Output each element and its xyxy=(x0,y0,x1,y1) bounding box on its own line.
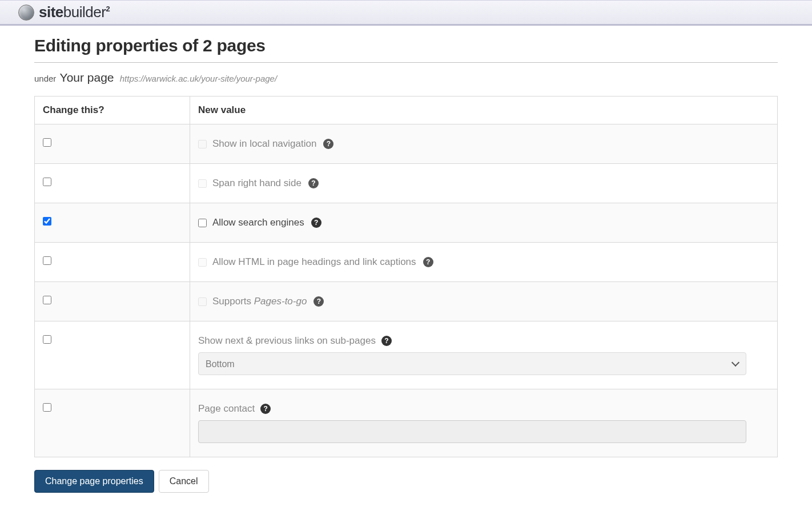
value-checkbox-allow-html xyxy=(198,258,207,267)
label-allow-html: Allow HTML in page headings and link cap… xyxy=(212,256,416,268)
change-checkbox-show-local-nav[interactable] xyxy=(43,138,51,147)
change-checkbox-span-rhs[interactable] xyxy=(43,178,51,186)
change-checkbox-allow-html[interactable] xyxy=(43,256,51,265)
value-checkbox-pages-to-go xyxy=(198,297,207,306)
label-show-local-nav: Show in local navigation xyxy=(212,138,316,150)
help-icon[interactable]: ? xyxy=(313,296,324,307)
help-icon[interactable]: ? xyxy=(308,178,319,188)
brand-logo: sitebuilder2 xyxy=(18,3,110,21)
row-page-contact: Page contact ? xyxy=(35,389,778,457)
brand-bar: sitebuilder2 xyxy=(0,0,812,26)
help-icon[interactable]: ? xyxy=(323,139,333,149)
value-checkbox-show-local-nav xyxy=(198,140,207,148)
divider xyxy=(34,62,778,63)
row-span-rhs: Span right hand side ? xyxy=(35,164,778,203)
input-page-contact[interactable] xyxy=(198,420,746,443)
label-allow-search: Allow search engines xyxy=(212,217,304,228)
breadcrumb: under Your page https://warwick.ac.uk/yo… xyxy=(34,71,778,85)
value-checkbox-allow-search[interactable] xyxy=(198,219,207,227)
brand-text-bold: site xyxy=(39,3,63,21)
label-pages-to-go: Supports Pages-to-go xyxy=(212,296,307,307)
label-pages-to-go-pre: Supports xyxy=(212,296,254,307)
label-next-prev: Show next & previous links on sub-pages xyxy=(198,335,376,347)
breadcrumb-url: https://warwick.ac.uk/your-site/your-pag… xyxy=(120,74,277,83)
row-allow-search: Allow search engines ? xyxy=(35,203,778,243)
col-header-change: Change this? xyxy=(35,96,190,124)
label-span-rhs: Span right hand side xyxy=(212,178,302,189)
row-pages-to-go: Supports Pages-to-go ? xyxy=(35,282,778,321)
brand-text-light: builder xyxy=(63,3,106,21)
brand-text: sitebuilder2 xyxy=(39,3,110,21)
row-allow-html: Allow HTML in page headings and link cap… xyxy=(35,243,778,282)
globe-icon xyxy=(18,5,34,21)
help-icon[interactable]: ? xyxy=(260,404,271,414)
change-checkbox-allow-search[interactable] xyxy=(43,217,51,226)
select-next-prev[interactable]: Bottom xyxy=(198,352,746,375)
actions-row: Change page properties Cancel xyxy=(34,470,778,493)
change-checkbox-next-prev[interactable] xyxy=(43,335,51,344)
help-icon[interactable]: ? xyxy=(311,218,321,228)
cancel-button[interactable]: Cancel xyxy=(159,470,209,493)
breadcrumb-page-name: Your page xyxy=(60,71,114,84)
page-title: Editing properties of 2 pages xyxy=(34,36,778,55)
label-page-contact: Page contact xyxy=(198,403,255,415)
help-icon[interactable]: ? xyxy=(423,257,433,267)
change-checkbox-pages-to-go[interactable] xyxy=(43,296,51,304)
change-checkbox-page-contact[interactable] xyxy=(43,403,51,412)
change-page-properties-button[interactable]: Change page properties xyxy=(34,470,154,493)
row-show-local-nav: Show in local navigation ? xyxy=(35,124,778,164)
col-header-value: New value xyxy=(190,96,778,124)
label-pages-to-go-ital: Pages-to-go xyxy=(254,296,307,307)
help-icon[interactable]: ? xyxy=(381,336,392,346)
properties-table: Change this? New value Show in local nav… xyxy=(34,96,778,457)
breadcrumb-under: under xyxy=(34,74,56,83)
row-next-prev: Show next & previous links on sub-pages … xyxy=(35,321,778,389)
brand-sup: 2 xyxy=(106,5,110,13)
value-checkbox-span-rhs xyxy=(198,179,207,188)
